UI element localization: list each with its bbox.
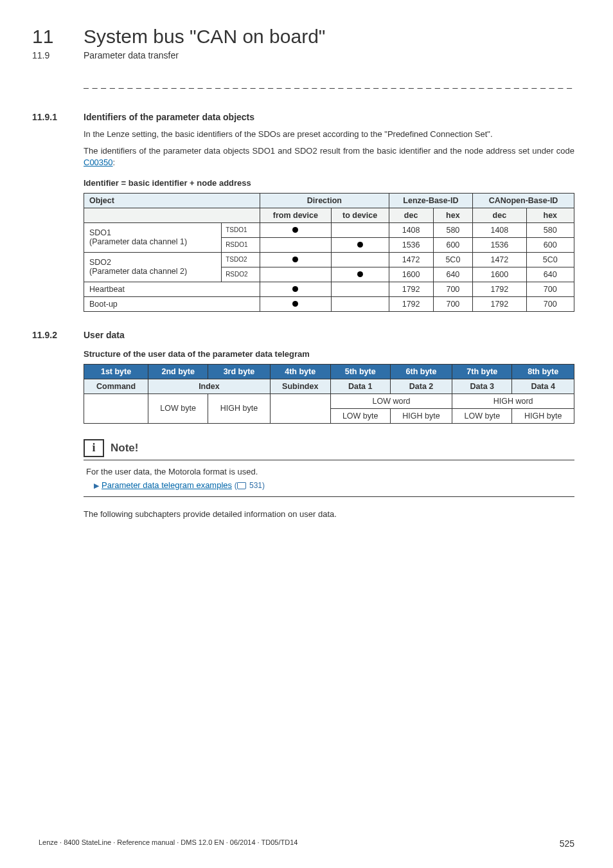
field-label: Data 1: [330, 379, 390, 393]
cell-to-device: [331, 282, 389, 296]
footer-left: Lenze · 8400 StateLine · Reference manua…: [39, 838, 298, 849]
link-parameter-data-telegram-examples[interactable]: Parameter data telegram examples: [102, 480, 232, 490]
byte-header: 7th byte: [452, 364, 512, 379]
section-title: User data: [84, 330, 125, 340]
col-header-lenze: Lenze-Base-ID: [389, 193, 473, 208]
cell-to-device: [331, 237, 389, 252]
code-link-c00350[interactable]: C00350: [84, 158, 113, 167]
cell-value: 700: [526, 296, 574, 311]
cell-value: HIGH word: [452, 393, 574, 408]
dot-icon: [292, 301, 298, 307]
paragraph: In the Lenze setting, the basic identifi…: [84, 129, 574, 140]
cell-value: HIGH byte: [390, 408, 452, 423]
chapter-number: 11: [32, 26, 84, 48]
cell-value: 1472: [473, 252, 526, 267]
cell-value: 700: [433, 282, 473, 296]
cell-value: LOW word: [330, 393, 452, 408]
cell-value: 1536: [473, 237, 526, 252]
cell-from-device: [260, 222, 331, 237]
cell-value: 1792: [473, 296, 526, 311]
col-subheader-hex: hex: [526, 208, 574, 222]
cell-value: 1792: [389, 296, 433, 311]
cell-value: 1792: [389, 282, 433, 296]
table-row: Heartbeat 1792 700 1792 700: [84, 282, 574, 296]
cell-value: 580: [526, 222, 574, 237]
subsection-subtitle: Structure of the user data of the parame…: [84, 349, 574, 359]
page-footer: Lenze · 8400 StateLine · Reference manua…: [39, 838, 574, 849]
page-reference: ( 531): [235, 481, 265, 490]
subsection-title: Parameter data transfer: [84, 50, 179, 60]
cell-to-device: [331, 252, 389, 267]
cell-value: 600: [433, 237, 473, 252]
user-data-table: 1st byte 2nd byte 3rd byte 4th byte 5th …: [84, 364, 574, 424]
field-label: Index: [148, 379, 271, 393]
cell-value: 1600: [389, 267, 433, 282]
cell-value: 700: [526, 282, 574, 296]
cell-from-device: [260, 282, 331, 296]
byte-header: 4th byte: [270, 364, 330, 379]
cell-value: HIGH byte: [208, 393, 271, 423]
cell-value: LOW byte: [148, 393, 208, 423]
cell-value: 1408: [473, 222, 526, 237]
byte-header: 5th byte: [330, 364, 390, 379]
table-row: SDO2 (Parameter data channel 2) TSDO2 14…: [84, 252, 574, 267]
cell-value: 5C0: [433, 252, 473, 267]
cell-from-device: [260, 252, 331, 267]
col-header-direction: Direction: [260, 193, 389, 208]
col-header-canopen: CANopen-Base-ID: [473, 193, 574, 208]
col-subheader-hex: hex: [433, 208, 473, 222]
field-label: Data 2: [390, 379, 452, 393]
cell-value: 1600: [473, 267, 526, 282]
cell-value: 600: [526, 237, 574, 252]
cell-value: LOW byte: [452, 408, 512, 423]
col-subheader-from-device: from device: [260, 208, 331, 222]
table-row: Boot-up 1792 700 1792 700: [84, 296, 574, 311]
cell-sublabel: RSDO1: [222, 237, 260, 252]
paragraph: The following subchapters provide detail…: [84, 509, 574, 520]
section-number: 11.9.2: [32, 330, 84, 340]
cell-value: 580: [433, 222, 473, 237]
cell-text: (Parameter data channel 2): [89, 267, 187, 276]
cell-value: 640: [526, 267, 574, 282]
divider-dashes: _ _ _ _ _ _ _ _ _ _ _ _ _ _ _ _ _ _ _ _ …: [84, 78, 574, 89]
cell-object: Boot-up: [84, 296, 260, 311]
cell-empty: [84, 393, 148, 423]
byte-header: 6th byte: [390, 364, 452, 379]
section-heading: 11.9.1 Identifiers of the parameter data…: [84, 112, 574, 122]
section-number: 11.9.1: [32, 112, 84, 122]
cell-from-device: [260, 296, 331, 311]
byte-header: 2nd byte: [148, 364, 208, 379]
cell-sublabel: RSDO2: [222, 267, 260, 282]
field-label: Data 4: [512, 379, 574, 393]
byte-header: 3rd byte: [208, 364, 271, 379]
cell-from-device: [260, 237, 331, 252]
field-label: Subindex: [270, 379, 330, 393]
cell-value: 1792: [473, 282, 526, 296]
cell-text: SDO1: [89, 228, 111, 237]
identifier-formula: Identifier = basic identifier + node add…: [84, 178, 574, 188]
identifier-table: Object Direction Lenze-Base-ID CANopen-B…: [84, 193, 574, 312]
page-number-ref: 531: [249, 481, 262, 490]
cell-object: Heartbeat: [84, 282, 260, 296]
cell-value: 1536: [389, 237, 433, 252]
col-subheader-dec: dec: [389, 208, 433, 222]
col-subheader-to-device: to device: [331, 208, 389, 222]
cell-value: LOW byte: [330, 408, 390, 423]
cell-text: (Parameter data channel 1): [89, 237, 187, 246]
book-icon: [237, 482, 246, 489]
cell-to-device: [331, 222, 389, 237]
cell-to-device: [331, 267, 389, 282]
col-subheader-blank: [84, 208, 260, 222]
cell-sublabel: TSDO1: [222, 222, 260, 237]
cell-empty: [270, 393, 330, 423]
dot-icon: [292, 227, 298, 233]
byte-header: 1st byte: [84, 364, 148, 379]
note-title: Note!: [111, 442, 138, 455]
cell-from-device: [260, 267, 331, 282]
info-icon: i: [84, 439, 104, 457]
cell-value: HIGH byte: [512, 408, 574, 423]
note-header: i Note!: [84, 439, 574, 457]
cell-object: SDO2 (Parameter data channel 2): [84, 252, 222, 282]
subsection-header: 11.9 Parameter data transfer: [84, 50, 574, 60]
chapter-header: 11 System bus "CAN on board": [84, 26, 574, 48]
